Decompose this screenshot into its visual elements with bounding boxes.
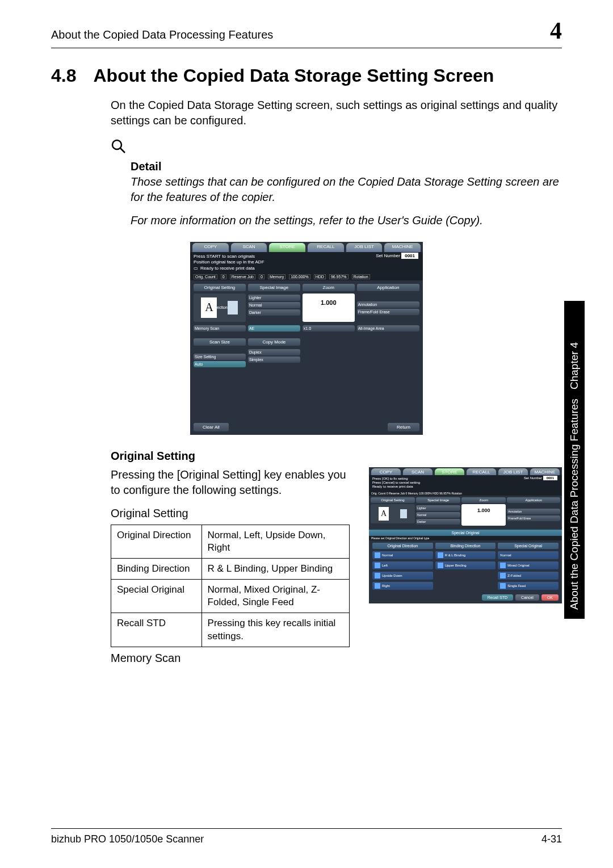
normal-button[interactable]: Normal [248,302,300,308]
down-arrow-icon [375,573,380,578]
section-title: About the Copied Data Storage Setting Sc… [93,65,494,86]
ui1-tab-machine[interactable]: MACHINE [384,243,421,252]
simplex-button[interactable]: Simplex [248,357,300,363]
ui2-tab-machine[interactable]: MACHINE [530,468,560,475]
orig-dir-left[interactable]: Left [372,561,433,569]
cell-key: Special Original [111,580,202,613]
table-row: Binding DirectionR & L Binding, Upper Bi… [111,559,350,580]
table-row: Original DirectionNormal, Left, Upside D… [111,525,350,559]
ui2-col-app[interactable]: Application [507,497,560,503]
set-number-value: 0001 [401,253,418,259]
ui2-col-zoom[interactable]: Zoom [461,497,506,503]
auto-button[interactable]: Auto [194,361,246,367]
col-zoom[interactable]: Zoom [303,284,355,291]
ui2-tab-joblist[interactable]: JOB LIST [498,468,528,475]
recall-std-button[interactable]: Recall STD [482,594,513,601]
col-original-setting[interactable]: Original Setting [194,284,246,291]
svg-line-1 [120,148,125,153]
stat-orig: Orig. Count [194,274,217,279]
table-row: Special OriginalNormal, Mixed Original, … [111,580,350,613]
application-opts: Annotation Frame/Fold Erase [357,293,419,322]
return-button[interactable]: Return [388,423,419,431]
size-setting-button[interactable]: Size Setting [194,354,246,360]
annotation-button[interactable]: Annotation [357,301,419,308]
orig-dir-right[interactable]: Right [372,582,433,590]
clear-all-button[interactable]: Clear All [194,423,229,431]
ui2-zoom-val: 1.000 [461,504,506,526]
ui1-tab-copy[interactable]: COPY [192,243,229,252]
ui2-col-os[interactable]: Original Setting [371,497,415,503]
footer-right: 4-31 [541,833,562,845]
special-single[interactable]: Single Feed [498,582,559,590]
ui1-tabs: COPY SCAN STORE RECALL JOB LIST MACHINE [190,242,423,252]
darker-button[interactable]: Darker [248,309,300,316]
ui2-tab-recall[interactable]: RECALL [467,468,496,475]
ui2-darker[interactable]: Darker [416,519,460,525]
ui2-setnum-label: Set Number [524,476,542,480]
ui1-tab-store[interactable]: STORE [269,243,305,252]
page-icon [228,301,238,315]
memory-scan-label: Memory Scan [111,652,562,665]
ui1-tab-scan[interactable]: SCAN [231,243,267,252]
frame-fold-button[interactable]: Frame/Fold Erase [357,309,419,315]
overlay-col-special: Special Original [498,543,559,549]
ui1-tab-recall[interactable]: RECALL [308,243,344,252]
cell-key: Original Direction [111,525,202,559]
cell-key: Binding Direction [111,559,202,580]
zoom-mult-button[interactable]: x1.0 [303,325,355,332]
duplex-button[interactable]: Duplex [248,349,300,355]
special-mixed[interactable]: Mixed Original [498,561,559,569]
all-image-area-button[interactable]: All-Image Area [357,325,419,332]
original-setting-table: Original DirectionNormal, Left, Upside D… [111,525,350,647]
special-zfold[interactable]: Z-Folded [498,572,559,580]
copy-mode-col: Duplex Simplex [248,348,300,368]
ui2-col-si[interactable]: Special Image [416,497,460,503]
stat-rotation: Rotation [352,274,370,279]
ui1-msg3: Ready to receive print data [200,266,255,271]
copy-mode-head: Copy Mode [248,338,300,346]
detail-label: Detail [131,160,562,173]
ui2-annotation[interactable]: Annotation [507,509,560,514]
page-header: About the Copied Data Processing Feature… [51,17,562,48]
ui1-set-number: Set Number 0001 [376,253,418,259]
special-normal[interactable]: Normal [498,551,559,559]
ui2-tab-scan[interactable]: SCAN [403,468,433,475]
zfold-icon [500,573,506,578]
orig-dir-upside[interactable]: Upside Down [372,572,433,580]
cell-val: Normal, Mixed Original, Z-Folded, Single… [201,580,349,613]
table-row: Recall STDPressing this key recalls init… [111,613,350,647]
ui2-direction-box: A [371,504,415,523]
col-application[interactable]: Application [357,284,419,291]
detail-text-1: Those settings that can be configured on… [131,174,562,205]
col-special-image[interactable]: Special Image [248,284,300,291]
ui2-normal[interactable]: Normal [416,512,460,518]
cell-val: Normal, Left, Upside Down, Right [201,525,349,559]
set-number-label: Set Number [376,253,400,258]
zoom-value: 1.000 [303,293,355,322]
overlay-title-bar: Special Original [369,530,562,536]
ui2-tab-store[interactable]: STORE [435,468,464,475]
memory-scan-button[interactable]: Memory Scan [194,325,246,332]
ui2-lighter[interactable]: Lighter [416,505,460,511]
bind-upper[interactable]: Upper Binding [435,561,496,569]
svg-point-0 [112,140,121,149]
ui2-tab-copy[interactable]: COPY [371,468,401,475]
mixed-icon [500,563,506,568]
side-tab-title: About the Copied Data Processing Feature… [568,399,581,610]
ui1-status-row: Orig. Count 0 Reserve Job 0 Memory 100.0… [190,273,423,280]
bind-rl[interactable]: R & L Binding [435,551,496,559]
detail-text-2: For more information on the settings, re… [131,214,562,227]
lighter-button[interactable]: Lighter [248,295,300,301]
page-footer: bizhub PRO 1050/1050e Scanner 4-31 [51,828,562,845]
ui1-tab-joblist[interactable]: JOB LIST [346,243,383,252]
overlay-col-bind-dir: Binding Direction [435,543,496,549]
ui2-frame-fold[interactable]: Frame/Fold Erase [507,515,560,521]
stat-reserve-val: 0 [259,274,264,279]
left-arrow-icon [375,563,380,568]
ae-button[interactable]: AE [248,325,300,332]
orig-dir-normal[interactable]: Normal [372,551,433,559]
cell-key: Recall STD [111,613,202,647]
ui2-msg2: Press [Cancel] to cancel setting [372,481,559,485]
ok-button[interactable]: OK [541,594,559,601]
cancel-button[interactable]: Cancel [515,594,539,601]
